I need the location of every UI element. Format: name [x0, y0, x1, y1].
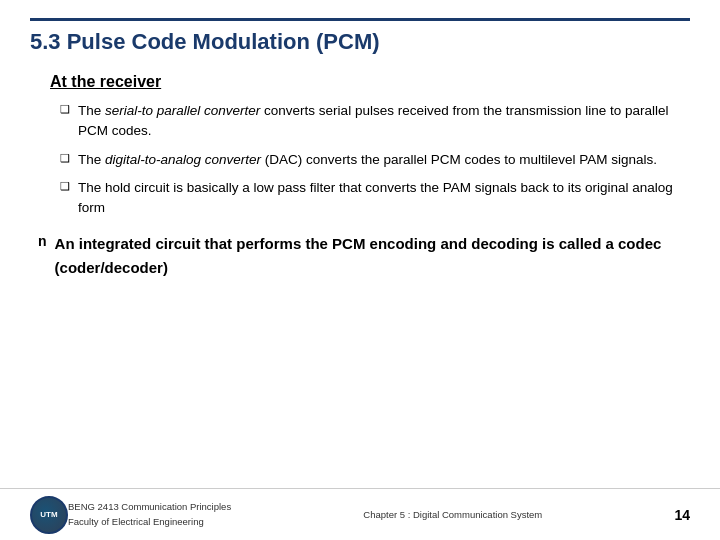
- main-point: n An integrated circuit that performs th…: [38, 232, 690, 279]
- bullet-text-3: The hold circuit is basically a low pass…: [78, 180, 673, 215]
- bullet-list: The serial-to parallel converter convert…: [60, 101, 690, 218]
- bullet-text-2-after: (DAC) converts the parallel PCM codes to…: [261, 152, 657, 167]
- section-heading: At the receiver: [50, 73, 690, 91]
- main-point-text: An integrated circuit that performs the …: [55, 232, 690, 279]
- list-item-2: The digital-to-analog converter (DAC) co…: [60, 150, 690, 170]
- footer-chapter: Chapter 5 : Digital Communication System: [231, 509, 674, 520]
- bullet-italic-1: serial-to parallel converter: [105, 103, 260, 118]
- slide: 5.3 Pulse Code Modulation (PCM) At the r…: [0, 0, 720, 540]
- list-item-3: The hold circuit is basically a low pass…: [60, 178, 690, 219]
- footer: UTM BENG 2413 Communication Principles F…: [0, 488, 720, 540]
- list-item-1: The serial-to parallel converter convert…: [60, 101, 690, 142]
- footer-page: 14: [674, 507, 690, 523]
- slide-title: 5.3 Pulse Code Modulation (PCM): [30, 29, 690, 55]
- footer-faculty: Faculty of Electrical Engineering: [68, 515, 231, 529]
- bullet-italic-2: digital-to-analog converter: [105, 152, 261, 167]
- bullet-n-icon: n: [38, 233, 47, 249]
- footer-left: BENG 2413 Communication Principles Facul…: [68, 500, 231, 529]
- footer-course: BENG 2413 Communication Principles: [68, 500, 231, 514]
- bullet-text-2-before: The: [78, 152, 105, 167]
- title-bar: 5.3 Pulse Code Modulation (PCM): [30, 18, 690, 55]
- footer-logo: UTM: [30, 496, 68, 534]
- bullet-text-1-before: The: [78, 103, 105, 118]
